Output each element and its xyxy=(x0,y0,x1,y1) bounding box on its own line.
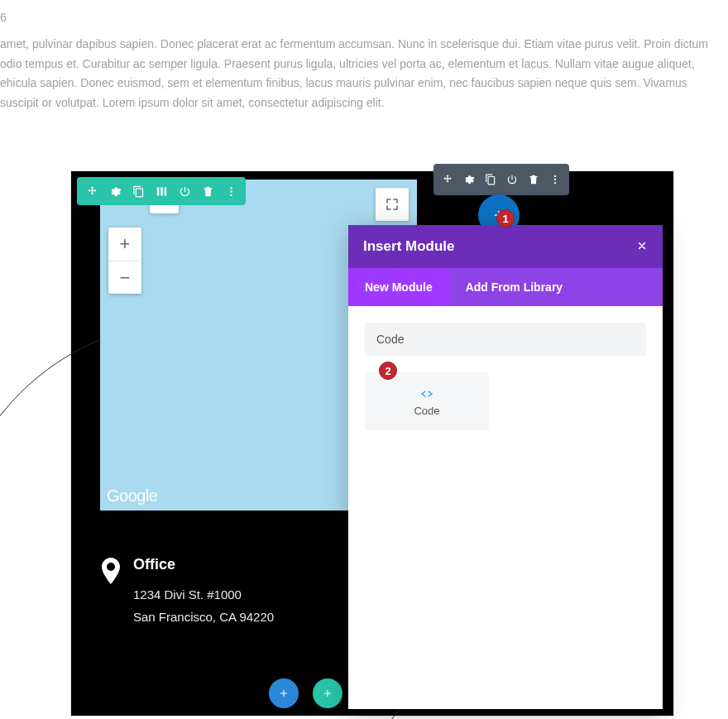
move-icon[interactable] xyxy=(437,164,458,195)
columns-icon[interactable] xyxy=(150,177,173,205)
plus-icon xyxy=(322,688,333,699)
tab-add-from-library[interactable]: Add From Library xyxy=(449,268,579,306)
annotation-badge-1: 1 xyxy=(496,209,515,228)
svg-point-5 xyxy=(554,182,556,184)
trash-icon[interactable] xyxy=(523,164,544,195)
tab-new-module[interactable]: New Module xyxy=(348,268,449,306)
more-icon[interactable] xyxy=(219,177,242,205)
duplicate-icon[interactable] xyxy=(480,164,501,195)
zoom-in-button[interactable]: + xyxy=(108,228,141,261)
modal-tabs: New Module Add From Library xyxy=(348,268,663,306)
office-title: Office xyxy=(133,556,274,573)
modal-close-button[interactable] xyxy=(636,238,648,256)
move-icon[interactable] xyxy=(80,177,103,205)
gear-icon[interactable] xyxy=(458,164,480,195)
add-row-button[interactable] xyxy=(313,678,342,708)
module-option-code[interactable]: Code xyxy=(365,372,489,430)
module-toolbar-dark xyxy=(433,164,569,195)
map-fullscreen-button[interactable] xyxy=(376,188,409,221)
office-block: Office 1234 Divi St. #1000 San Francisco… xyxy=(100,556,274,628)
power-icon[interactable] xyxy=(173,177,196,205)
office-address-2: San Francisco, CA 94220 xyxy=(133,606,274,628)
code-icon xyxy=(419,386,434,401)
map-zoom-controls: + − xyxy=(108,228,141,294)
page-number: 6 xyxy=(0,8,728,28)
more-icon[interactable] xyxy=(544,164,566,195)
fullscreen-icon xyxy=(385,197,400,212)
zoom-out-button[interactable]: − xyxy=(108,261,141,294)
modal-title: Insert Module xyxy=(363,238,455,255)
location-pin-icon xyxy=(100,558,122,628)
plus-icon xyxy=(278,688,290,699)
svg-point-2 xyxy=(230,194,232,196)
module-option-label: Code xyxy=(414,405,439,417)
trash-icon[interactable] xyxy=(196,177,219,205)
module-search-input[interactable] xyxy=(365,323,646,356)
insert-module-modal: Insert Module New Module Add From Librar… xyxy=(348,225,663,709)
office-text: Office 1234 Divi St. #1000 San Francisco… xyxy=(133,556,274,628)
gear-icon[interactable] xyxy=(103,177,127,205)
add-section-button[interactable] xyxy=(269,678,299,708)
svg-point-4 xyxy=(554,179,556,180)
svg-point-3 xyxy=(554,175,556,177)
modal-header: Insert Module xyxy=(348,225,663,268)
page-top-text: 6 amet, pulvinar dapibus sapien. Donec p… xyxy=(0,0,728,113)
svg-point-1 xyxy=(230,190,232,193)
office-address-1: 1234 Divi St. #1000 xyxy=(133,583,274,606)
power-icon[interactable] xyxy=(501,164,523,195)
annotation-badge-2: 2 xyxy=(379,362,397,380)
module-toolbar-green xyxy=(77,177,246,205)
duplicate-icon[interactable] xyxy=(127,177,150,205)
google-logo: Google xyxy=(107,487,158,506)
svg-point-0 xyxy=(230,186,232,189)
page-paragraph: amet, pulvinar dapibus sapien. Donec pla… xyxy=(0,37,708,109)
close-icon xyxy=(636,240,648,252)
